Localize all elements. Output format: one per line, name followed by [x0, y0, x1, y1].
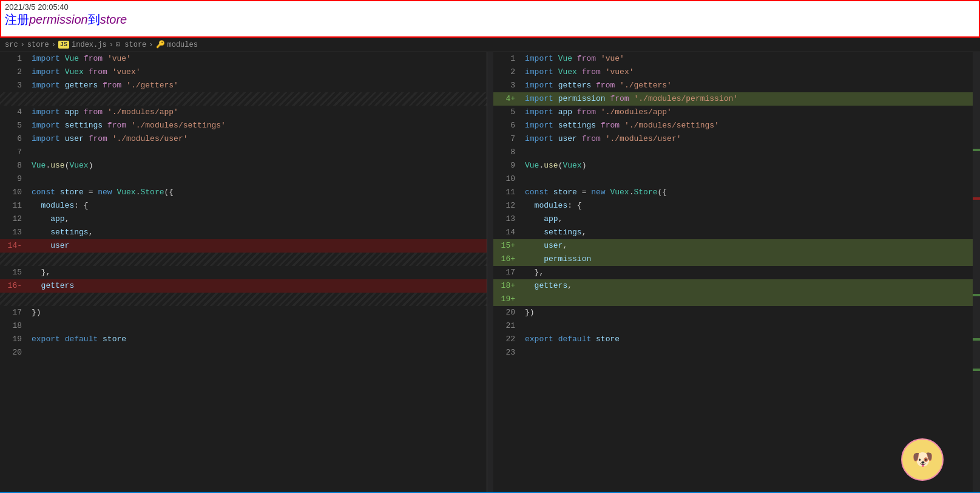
line-content: }, [29, 266, 487, 279]
line-content: getters [29, 279, 487, 293]
table-row: 10const store = new Vuex.Store({ [0, 186, 487, 199]
line-content: permission [522, 253, 980, 266]
line-content: import user from './modules/user' [29, 132, 487, 146]
table-row [0, 92, 487, 106]
line-content: }) [29, 306, 487, 319]
table-row: 16+ permission [493, 253, 980, 266]
table-row: 8 [493, 146, 980, 159]
line-number: 15 [0, 266, 29, 279]
table-row: 4+import permission from './modules/perm… [493, 92, 980, 106]
line-number: 4+ [493, 92, 522, 106]
table-row: 11 modules: { [0, 199, 487, 212]
line-content: }, [522, 266, 980, 279]
line-number: 4 [0, 106, 29, 119]
breadcrumb: src › store › JS index.js › ⊡ store › 🔑 … [0, 38, 980, 52]
table-row: 12 modules: { [493, 199, 980, 212]
line-number: 11 [493, 186, 522, 199]
table-row: 1import Vue from 'vue' [493, 52, 980, 66]
table-row: 18 [0, 319, 487, 333]
left-lines: 1import Vue from 'vue'2import Vuex from … [0, 52, 487, 359]
line-content: import app from './modules/app' [522, 106, 980, 119]
line-number: 6 [0, 132, 29, 146]
table-row: 22export default store [493, 333, 980, 346]
annotation-code1: permission [29, 13, 88, 26]
line-number: 20 [0, 346, 29, 359]
breadcrumb-store: store [27, 41, 49, 49]
line-number: 14- [0, 239, 29, 253]
table-row: 4import app from './modules/app' [0, 106, 487, 119]
line-content [522, 146, 980, 159]
line-number: 6 [493, 119, 522, 132]
table-row: 19+ [493, 293, 980, 306]
line-number: 19 [0, 333, 29, 346]
line-number: 3 [493, 79, 522, 92]
line-content [29, 92, 487, 106]
line-number: 13 [0, 226, 29, 239]
line-number: 16+ [493, 253, 522, 266]
line-content: modules: { [522, 199, 980, 212]
table-row: 19export default store [0, 333, 487, 346]
line-content [29, 172, 487, 186]
minimap [973, 52, 980, 492]
table-row: 3import getters from './getters' [0, 79, 487, 92]
table-row: 2import Vuex from 'vuex' [493, 66, 980, 79]
table-row: 10 [493, 172, 980, 186]
line-content [522, 293, 980, 306]
table-row: 23 [493, 346, 980, 359]
line-content: const store = new Vuex.Store({ [522, 186, 980, 199]
table-row: 15 }, [0, 266, 487, 279]
right-pane[interactable]: 1import Vue from 'vue'2import Vuex from … [493, 52, 980, 492]
line-content [522, 346, 980, 359]
left-pane[interactable]: 1import Vue from 'vue'2import Vuex from … [0, 52, 487, 492]
line-number [0, 92, 29, 106]
annotation-cn1: 注册 [5, 13, 29, 26]
line-content: import permission from './modules/permis… [522, 92, 980, 106]
js-badge: JS [58, 41, 69, 49]
line-content: import getters from './getters' [522, 79, 980, 92]
table-row: 9 [0, 172, 487, 186]
right-lines: 1import Vue from 'vue'2import Vuex from … [493, 52, 980, 359]
annotation-cn2: 到 [88, 13, 100, 26]
table-row: 7import user from './modules/user' [493, 132, 980, 146]
table-row: 6import user from './modules/user' [0, 132, 487, 146]
line-number: 12 [0, 212, 29, 226]
line-number: 8 [0, 159, 29, 172]
line-content [29, 293, 487, 306]
table-row: 1import Vue from 'vue' [0, 52, 487, 66]
line-content: Vue.use(Vuex) [522, 159, 980, 172]
breadcrumb-file: index.js [72, 41, 107, 49]
line-number: 21 [493, 319, 522, 333]
table-row: 5import app from './modules/app' [493, 106, 980, 119]
line-number: 9 [0, 172, 29, 186]
line-content [29, 253, 487, 266]
table-row: 7 [0, 146, 487, 159]
line-content: app, [29, 212, 487, 226]
line-number: 23 [493, 346, 522, 359]
line-number: 1 [493, 52, 522, 66]
line-number: 8 [493, 146, 522, 159]
line-content: user [29, 239, 487, 253]
line-number: 15+ [493, 239, 522, 253]
line-content: import app from './modules/app' [29, 106, 487, 119]
line-content: import getters from './getters' [29, 79, 487, 92]
table-row: 20 [0, 346, 487, 359]
table-row: 12 app, [0, 212, 487, 226]
table-row: 20}) [493, 306, 980, 319]
table-row: 13 settings, [0, 226, 487, 239]
line-content: Vue.use(Vuex) [29, 159, 487, 172]
line-number: 10 [0, 186, 29, 199]
line-number: 11 [0, 199, 29, 212]
line-number: 20 [493, 306, 522, 319]
line-content: settings, [29, 226, 487, 239]
line-content: import user from './modules/user' [522, 132, 980, 146]
line-number: 10 [493, 172, 522, 186]
line-number: 12 [493, 199, 522, 212]
line-content: import Vuex from 'vuex' [29, 66, 487, 79]
avatar-watermark: 🐶 [901, 438, 944, 481]
line-content: import settings from './modules/settings… [29, 119, 487, 132]
key-icon: 🔑 [156, 40, 165, 49]
breadcrumb-modules: modules [167, 41, 198, 49]
line-number: 18 [0, 319, 29, 333]
table-row [0, 253, 487, 266]
line-number: 2 [493, 66, 522, 79]
